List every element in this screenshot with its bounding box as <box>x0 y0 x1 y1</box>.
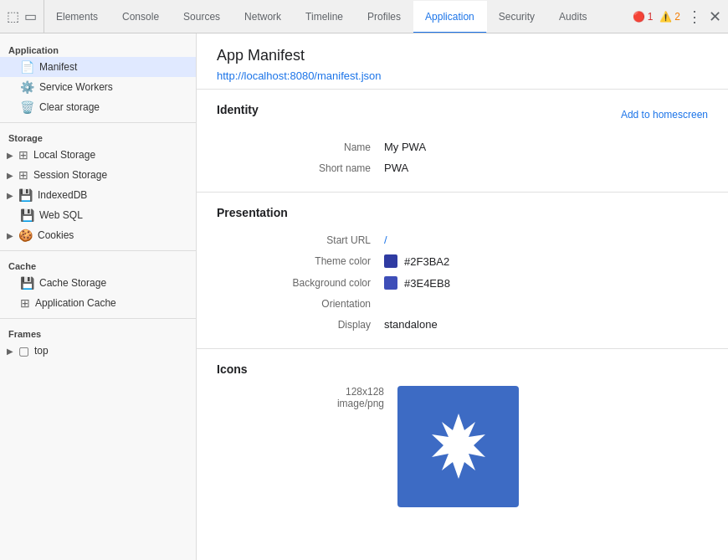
tab-application[interactable]: Application <box>413 1 487 33</box>
identity-section-header: Identity Add to homescreen <box>217 103 708 126</box>
sidebar-section-label-application: Application <box>0 40 196 57</box>
field-bg-color: Background color #3E4EB8 <box>217 272 708 294</box>
tab-network[interactable]: Network <box>233 1 294 33</box>
error-count: 1 <box>648 11 654 23</box>
warn-badge[interactable]: ⚠️ 2 <box>659 11 680 23</box>
sidebar-item-service-workers-label: Service Workers <box>39 81 113 93</box>
field-value-bg-color: #3E4EB8 <box>384 276 450 290</box>
expand-arrow-cookies: ▶ <box>7 231 13 240</box>
field-label-display: Display <box>217 319 384 331</box>
bg-color-swatch <box>384 276 397 290</box>
expand-arrow-local-storage: ▶ <box>7 151 13 160</box>
presentation-section-title: Presentation <box>217 206 708 219</box>
expand-arrow-indexed-db: ▶ <box>7 191 13 200</box>
cookies-icon: 🍪 <box>18 229 33 242</box>
indexed-db-icon: 💾 <box>18 188 33 202</box>
sidebar-item-clear-storage[interactable]: 🗑️ Clear storage <box>0 97 196 117</box>
tab-sources[interactable]: Sources <box>172 1 233 33</box>
sidebar-item-cookies[interactable]: ▶ 🍪 Cookies <box>0 225 196 245</box>
presentation-section: Presentation Start URL / Theme color #2F… <box>197 193 728 349</box>
field-label-theme-color: Theme color <box>217 255 384 267</box>
cache-storage-icon: 💾 <box>20 276 34 290</box>
application-cache-icon: ⊞ <box>20 296 30 310</box>
tab-elements[interactable]: Elements <box>44 1 110 33</box>
field-value-display: standalone <box>384 318 438 331</box>
main-area: Application 📄 Manifest ⚙️ Service Worker… <box>0 33 728 560</box>
tab-timeline[interactable]: Timeline <box>294 1 356 33</box>
service-workers-icon: ⚙️ <box>20 80 34 94</box>
icon-meta: 128x128 image/png <box>217 386 384 409</box>
sidebar-section-frames: Frames ▶ ▢ top <box>0 324 196 361</box>
sidebar-section-label-storage: Storage <box>0 128 196 145</box>
sidebar-item-indexed-db-label: IndexedDB <box>38 189 87 201</box>
field-short-name: Short name PWA <box>217 157 708 178</box>
sidebar-item-indexed-db[interactable]: ▶ 💾 IndexedDB <box>0 185 196 205</box>
icons-section-title: Icons <box>217 362 708 376</box>
sidebar-item-cache-storage-label: Cache Storage <box>39 277 106 289</box>
error-badge[interactable]: 🔴 1 <box>633 11 654 23</box>
sidebar-item-cookies-label: Cookies <box>38 229 74 241</box>
icon-size: 128x128 <box>217 386 384 398</box>
page-title: App Manifest <box>217 47 708 64</box>
divider-2 <box>0 250 196 251</box>
field-display: Display standalone <box>217 314 708 335</box>
sidebar: Application 📄 Manifest ⚙️ Service Worker… <box>0 33 197 560</box>
more-options-icon[interactable]: ⋮ <box>687 8 702 26</box>
sidebar-item-manifest[interactable]: 📄 Manifest <box>0 57 196 77</box>
field-label-orientation: Orientation <box>217 298 384 310</box>
sidebar-item-application-cache-label: Application Cache <box>35 297 116 309</box>
sidebar-item-session-storage[interactable]: ▶ ⊞ Session Storage <box>0 165 196 185</box>
identity-section: Identity Add to homescreen Name My PWA S… <box>197 90 728 193</box>
expand-arrow-session-storage: ▶ <box>7 171 13 180</box>
sidebar-item-top-label: top <box>34 345 49 357</box>
web-sql-icon: 💾 <box>20 208 34 222</box>
sidebar-section-label-cache: Cache <box>0 256 196 273</box>
content-panel: App Manifest http://localhost:8080/manif… <box>197 33 728 560</box>
sidebar-item-clear-storage-label: Clear storage <box>39 101 100 113</box>
field-start-url: Start URL / <box>217 229 708 250</box>
sidebar-item-session-storage-label: Session Storage <box>33 169 107 181</box>
tab-console[interactable]: Console <box>110 1 172 33</box>
icon-preview <box>397 386 519 507</box>
tab-security[interactable]: Security <box>487 1 547 33</box>
manifest-icon: 📄 <box>20 60 34 74</box>
add-to-homescreen-button[interactable]: Add to homescreen <box>621 109 708 121</box>
manifest-link[interactable]: http://localhost:8080/manifest.json <box>217 69 382 82</box>
start-url-link[interactable]: / <box>384 234 387 246</box>
tab-profiles[interactable]: Profiles <box>356 1 413 33</box>
field-value-name: My PWA <box>384 141 426 153</box>
theme-color-swatch <box>384 254 397 268</box>
sidebar-item-local-storage[interactable]: ▶ ⊞ Local Storage <box>0 145 196 165</box>
sidebar-section-storage: Storage ▶ ⊞ Local Storage ▶ ⊞ Session St… <box>0 128 196 245</box>
icons-section: Icons 128x128 image/png <box>197 349 728 521</box>
sidebar-item-manifest-label: Manifest <box>39 61 77 73</box>
field-theme-color: Theme color #2F3BA2 <box>217 250 708 272</box>
tab-audits[interactable]: Audits <box>547 1 599 33</box>
sidebar-item-local-storage-label: Local Storage <box>33 149 95 161</box>
field-value-short-name: PWA <box>384 162 408 174</box>
field-orientation: Orientation <box>217 294 708 314</box>
sidebar-item-web-sql[interactable]: 💾 Web SQL <box>0 205 196 225</box>
sidebar-item-top[interactable]: ▶ ▢ top <box>0 341 196 361</box>
close-icon[interactable]: ✕ <box>709 8 721 26</box>
sidebar-section-cache: Cache 💾 Cache Storage ⊞ Application Cach… <box>0 256 196 313</box>
sidebar-item-application-cache[interactable]: ⊞ Application Cache <box>0 293 196 313</box>
icon-row: 128x128 image/png <box>217 386 708 507</box>
divider-1 <box>0 122 196 123</box>
toolbar-icon-group: ⬚ ▭ <box>0 0 44 33</box>
field-name: Name My PWA <box>217 136 708 157</box>
icon-mime: image/png <box>217 398 384 409</box>
bg-color-text: #3E4EB8 <box>404 277 450 290</box>
error-icon: 🔴 <box>633 11 645 23</box>
field-value-start-url: / <box>384 234 387 246</box>
sidebar-item-service-workers[interactable]: ⚙️ Service Workers <box>0 77 196 97</box>
device-icon[interactable]: ▭ <box>24 8 37 24</box>
inspect-icon[interactable]: ⬚ <box>7 8 19 24</box>
sidebar-item-cache-storage[interactable]: 💾 Cache Storage <box>0 273 196 293</box>
sidebar-section-application: Application 📄 Manifest ⚙️ Service Worker… <box>0 40 196 117</box>
tab-bar: Elements Console Sources Network Timelin… <box>44 0 626 33</box>
warn-count: 2 <box>674 11 680 23</box>
identity-section-title: Identity <box>217 103 259 116</box>
sidebar-section-label-frames: Frames <box>0 324 196 341</box>
divider-3 <box>0 318 196 319</box>
